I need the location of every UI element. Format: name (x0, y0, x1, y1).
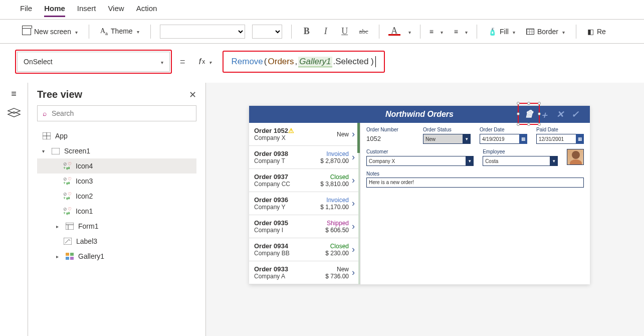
caret-right-icon[interactable]: ▸ (56, 224, 61, 229)
svg-rect-10 (66, 257, 69, 260)
border-icon (526, 29, 534, 35)
canvas[interactable]: Northwind Orders 🗑 ＋ ✕ ✓ Order 1052⚠Comp… (206, 83, 644, 336)
company-name: Company A (254, 273, 314, 280)
caret-right-icon[interactable]: ▸ (56, 254, 61, 259)
menu-home[interactable]: Home (44, 4, 65, 17)
tree-node-icon3[interactable]: ⊘♡+⇄ Icon3 (37, 174, 196, 189)
property-selector[interactable]: OnSelect (17, 52, 170, 72)
screen-icon (22, 28, 31, 35)
fx-button[interactable]: fx (193, 52, 218, 71)
gallery-row[interactable]: Order 0937Company CCClosed$ 3,810.00› (249, 169, 360, 192)
gallery-row[interactable]: Order 0934Company BBClosed$ 230.00› (249, 238, 360, 261)
tree-node-icon4[interactable]: ⊘♡+⇄ Icon4 (37, 158, 196, 174)
check-icon[interactable]: ✓ (571, 109, 579, 120)
svg-rect-3 (52, 148, 60, 154)
status-text: Shipped (314, 220, 349, 227)
order-date-picker[interactable]: 4/19/2019▦ (480, 134, 527, 144)
reorder-button[interactable]: ◧ Re (585, 26, 608, 38)
company-name: Company BB (254, 250, 314, 257)
italic-button[interactable]: I (320, 26, 332, 37)
align-chevron[interactable] (440, 28, 443, 36)
valign-chevron[interactable] (464, 28, 468, 36)
employee-value: Costa (485, 158, 498, 164)
tree-node-app[interactable]: App (37, 128, 196, 143)
order-status-label: Order Status (423, 127, 471, 132)
app-preview: Northwind Orders 🗑 ＋ ✕ ✓ Order 1052⚠Comp… (249, 106, 590, 284)
new-screen-button[interactable]: New screen (20, 26, 80, 38)
border-button[interactable]: Border (524, 26, 567, 38)
menu-insert[interactable]: Insert (77, 4, 96, 17)
status-text: Closed (314, 174, 349, 181)
bold-button[interactable]: B (301, 26, 313, 37)
status-text: Closed (314, 243, 349, 250)
order-date-label: Order Date (480, 127, 527, 132)
menu-view[interactable]: View (108, 4, 124, 17)
formula-datasource: Orders (268, 57, 294, 67)
tree-node-form1[interactable]: ▸ Form1 (37, 219, 196, 234)
tree-node-icon2[interactable]: ⊘♡+⇄ Icon2 (37, 189, 196, 204)
font-size-select[interactable] (252, 25, 282, 39)
close-icon[interactable]: ✕ (189, 89, 196, 100)
fill-button[interactable]: 🧴 Fill (486, 26, 517, 38)
gallery-row[interactable]: Order 0936Company YInvoiced$ 1,170.00› (249, 192, 360, 215)
status-text: New (314, 266, 349, 273)
plus-icon[interactable]: ＋ (540, 109, 549, 121)
tree-node-label3[interactable]: Label3 (37, 234, 196, 249)
app-title-bar: Northwind Orders 🗑 ＋ ✕ ✓ (249, 106, 590, 123)
valign-button[interactable]: ≡ (454, 28, 457, 36)
notes-value: Here is a new order! (369, 180, 414, 185)
gallery-row[interactable]: Order 0938Company TInvoiced$ 2,870.00› (249, 146, 360, 169)
warning-icon: ⚠ (288, 127, 294, 134)
customer-select[interactable]: Company X▾ (366, 156, 474, 166)
main-area: ≡ Tree view ✕ ⌕ App ▾ Screen1 ⊘♡+⇄ Icon4 (0, 83, 644, 336)
font-color-button[interactable]: A (388, 27, 400, 36)
company-name: Company Y (254, 204, 314, 211)
menu-file[interactable]: File (20, 4, 32, 17)
chevron-down-icon (160, 58, 163, 66)
gallery-row[interactable]: Order 1052⚠Company XNew› (249, 123, 360, 146)
theme-button[interactable]: Aa Theme (98, 25, 141, 38)
calendar-icon: ▦ (519, 134, 527, 144)
tree-view-rail-icon[interactable] (8, 108, 20, 117)
menu-action[interactable]: Action (136, 4, 157, 17)
strike-button[interactable]: abc (358, 28, 370, 36)
equals-sign: = (180, 57, 185, 67)
notes-input[interactable]: Here is a new order! (366, 178, 584, 188)
order-status-select[interactable]: New▾ (423, 134, 471, 144)
form-icon (65, 222, 74, 230)
order-id: Order 0937 (254, 173, 288, 181)
chevron-right-icon: › (352, 129, 355, 139)
align-button[interactable]: ≡ (430, 28, 433, 36)
underline-button[interactable]: U (339, 26, 351, 37)
cancel-icon[interactable]: ✕ (556, 109, 564, 120)
label-icon (63, 237, 72, 245)
tree-search[interactable]: ⌕ (37, 105, 196, 121)
scrollbar-thumb[interactable] (357, 123, 360, 153)
gallery-row[interactable]: Order 0933Company ANew$ 736.00› (249, 261, 360, 284)
order-detail-form: Order Number1052 Order StatusNew▾ Order … (360, 123, 590, 284)
app-title: Northwind Orders (385, 110, 454, 119)
font-family-select[interactable] (160, 25, 245, 39)
chevron-right-icon: › (352, 221, 355, 232)
customer-label: Customer (366, 149, 474, 154)
formula-input[interactable]: Remove( Orders, Gallery1.Selected ) (225, 52, 383, 72)
font-color-chevron[interactable] (407, 28, 411, 36)
gallery-row[interactable]: Order 0935Company IShipped$ 606.50› (249, 215, 360, 238)
tree-node-icon1[interactable]: ⊘♡+⇄ Icon1 (37, 204, 196, 219)
orders-gallery[interactable]: Order 1052⚠Company XNew›Order 0938Compan… (249, 123, 360, 284)
company-name: Company I (254, 227, 314, 234)
tree-node-screen1[interactable]: ▾ Screen1 (37, 143, 196, 158)
tree-node-gallery1[interactable]: ▸ Gallery1 (37, 249, 196, 264)
tree-title: Tree view (37, 89, 82, 100)
hamburger-icon[interactable]: ≡ (11, 89, 17, 99)
amount-text: $ 230.00 (325, 250, 349, 257)
employee-select[interactable]: Costa▾ (483, 156, 558, 166)
company-name: Company CC (254, 181, 314, 188)
trash-icon[interactable]: 🗑 (525, 109, 534, 119)
tree-node-label: Icon2 (76, 192, 93, 200)
tree-node-label: Screen1 (64, 147, 90, 155)
amount-text: $ 606.50 (325, 227, 349, 234)
search-input[interactable] (51, 109, 191, 118)
caret-down-icon[interactable]: ▾ (42, 148, 47, 154)
paid-date-picker[interactable]: 12/31/2001▦ (536, 134, 584, 144)
